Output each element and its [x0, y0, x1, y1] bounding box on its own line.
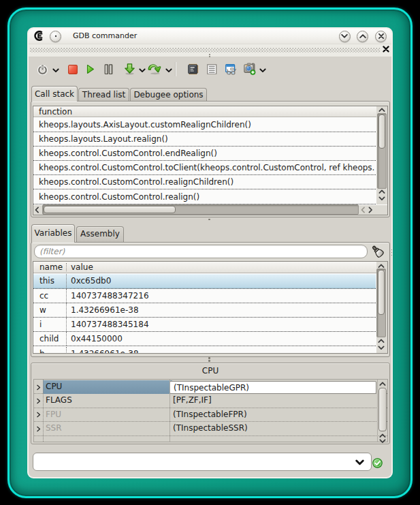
- watch-button-icon[interactable]: [225, 64, 238, 75]
- callstack-scroll-up-icon[interactable]: [378, 108, 385, 112]
- variable-value: 1.43266961e-38: [71, 303, 139, 317]
- splitter-handle-2[interactable]: [208, 357, 210, 359]
- callstack-hscrollbar[interactable]: [42, 204, 359, 215]
- tab-variables[interactable]: Variables: [31, 224, 75, 243]
- column-divider: [377, 380, 378, 442]
- variables-scroll-down-icon[interactable]: [378, 346, 385, 350]
- variable-name: child: [39, 332, 59, 346]
- variables-header-name[interactable]: name: [39, 262, 63, 273]
- cpu-scroll-up2-icon[interactable]: [379, 433, 386, 438]
- cpu-scroll-down-icon[interactable]: [379, 439, 386, 444]
- dock-close-icon[interactable]: [383, 46, 389, 52]
- callstack-header[interactable]: function: [33, 106, 376, 117]
- variables-row[interactable]: b 1.43266961e-38: [33, 347, 376, 354]
- variables-header-value[interactable]: value: [71, 262, 93, 273]
- cpu-row[interactable]: FPU (TInspectableFPR): [34, 408, 387, 422]
- variables-row[interactable]: this 0xc65db0: [33, 274, 376, 288]
- cpu-row-name[interactable]: CPU: [43, 380, 172, 394]
- expand-icon[interactable]: [36, 398, 41, 404]
- cpu-row[interactable]: FLAGS [PF,ZF,IF]: [34, 394, 387, 408]
- tab-assembly[interactable]: Assembly: [76, 226, 124, 243]
- variables-row[interactable]: i 140737488345184: [33, 318, 376, 332]
- column-divider: [43, 380, 44, 442]
- cpu-vscrollbar[interactable]: [378, 388, 387, 431]
- splitter-handle-2b[interactable]: [208, 360, 210, 362]
- scrollbar-thumb[interactable]: [44, 206, 176, 213]
- cpu-value-editor[interactable]: (TInspectableGPR): [169, 381, 376, 395]
- variables-row[interactable]: w 1.43266961e-38: [33, 303, 376, 318]
- titlebar[interactable]: GDB commander: [29, 29, 391, 44]
- toolbar-grip-dot: [209, 56, 210, 57]
- clear-filter-icon[interactable]: [371, 245, 385, 258]
- tab-thread-list[interactable]: Thread list: [78, 88, 129, 102]
- run-button-icon[interactable]: [86, 64, 95, 74]
- tab-debugee-options[interactable]: Debugee options: [130, 88, 207, 102]
- callstack-scroll-left-icon[interactable]: [35, 206, 39, 213]
- cpu-row-value[interactable]: [PF,ZF,IF]: [173, 394, 377, 407]
- snapshot-dropdown-icon[interactable]: [259, 68, 266, 73]
- cpu-row[interactable]: CPU (TInspectableGPR): [34, 380, 387, 394]
- callstack-row[interactable]: kheops.control.CustomControl.realignChil…: [33, 175, 381, 189]
- power-button-icon[interactable]: [37, 64, 48, 75]
- variables-row[interactable]: child 0x44150000: [33, 332, 376, 346]
- expand-icon[interactable]: [36, 412, 41, 418]
- callstack-scroll-up2-icon[interactable]: [378, 189, 385, 194]
- splitter-handle[interactable]: [208, 219, 210, 221]
- variables-scroll-up2-icon[interactable]: [378, 339, 385, 343]
- column-divider: [66, 318, 67, 331]
- expand-icon[interactable]: [36, 426, 41, 432]
- variables-scroll-up-icon[interactable]: [378, 264, 385, 269]
- variables-row[interactable]: cc 140737488347216: [33, 289, 376, 303]
- pause-button-icon[interactable]: [103, 64, 114, 75]
- scrollbar-thumb[interactable]: [378, 114, 385, 149]
- maximize-button[interactable]: [357, 31, 368, 42]
- screen: GDB commander Call stack Thread list Deb…: [0, 0, 420, 505]
- filter-input[interactable]: [34, 245, 368, 258]
- variables-vscrollbar[interactable]: [376, 269, 386, 337]
- callstack-scroll-left2-icon[interactable]: [361, 206, 366, 213]
- step-over-button-icon[interactable]: [148, 63, 161, 75]
- command-combo[interactable]: [33, 453, 372, 471]
- callstack-row[interactable]: kheops.control.CustomControl.endRealign(…: [33, 147, 381, 161]
- variable-value: 0x44150000: [71, 332, 123, 346]
- column-divider: [66, 289, 67, 303]
- scrollbar-thumb[interactable]: [378, 270, 385, 315]
- snapshot-button-icon[interactable]: [244, 63, 256, 76]
- minimize-button[interactable]: [339, 31, 351, 42]
- callstack-scroll-down-icon[interactable]: [378, 196, 385, 201]
- expand-icon[interactable]: [36, 384, 41, 391]
- combo-dropdown-icon[interactable]: [355, 459, 364, 465]
- callstack-row[interactable]: kheops.control.CustomControl.toClient(kh…: [33, 161, 381, 175]
- variable-value: 0xc65db0: [71, 274, 111, 288]
- callstack-scroll-right-icon[interactable]: [368, 206, 373, 213]
- stop-button-icon[interactable]: [68, 65, 78, 74]
- send-command-button[interactable]: [372, 458, 383, 468]
- step-over-dropdown-icon[interactable]: [165, 68, 172, 73]
- callstack-vscrollbar[interactable]: [377, 113, 387, 189]
- cpu-scroll-up-icon[interactable]: [379, 382, 386, 386]
- toolbar-grip-dot: [209, 54, 210, 55]
- step-in-button-icon[interactable]: [124, 63, 135, 75]
- cpu-row-value[interactable]: (TInspectableGPR): [174, 382, 249, 395]
- callstack-row[interactable]: kheops.layouts.Layout.realign(): [33, 132, 381, 147]
- cpu-row-value[interactable]: (TInspectableSSR): [173, 422, 377, 435]
- tab-call-stack[interactable]: Call stack: [31, 86, 78, 102]
- cpu-view-button-icon[interactable]: [188, 63, 199, 75]
- cpu-row-value[interactable]: (TInspectableFPR): [173, 408, 377, 421]
- power-dropdown-icon[interactable]: [52, 68, 59, 73]
- step-in-dropdown-icon[interactable]: [139, 68, 146, 73]
- dock-grip[interactable]: [29, 44, 391, 57]
- close-button[interactable]: [375, 31, 387, 42]
- callstack-list: function kheops.layouts.AxisLayout.custo…: [33, 106, 388, 215]
- callstack-row[interactable]: kheops.layouts.AxisLayout.customRealignC…: [33, 118, 381, 132]
- side-grip-dot: [391, 252, 393, 254]
- cpu-row-name[interactable]: SSR: [43, 422, 172, 435]
- column-divider: [66, 263, 67, 271]
- cpu-row[interactable]: SSR (TInspectableSSR): [34, 422, 387, 435]
- output-button-icon[interactable]: [207, 64, 217, 75]
- titlebar-menu-button[interactable]: [50, 31, 61, 42]
- variable-name: this: [39, 274, 54, 288]
- cpu-row-name[interactable]: FLAGS: [43, 394, 172, 408]
- cpu-row-name[interactable]: FPU: [43, 408, 172, 422]
- callstack-row[interactable]: kheops.control.CustomControl.realign(): [33, 190, 381, 204]
